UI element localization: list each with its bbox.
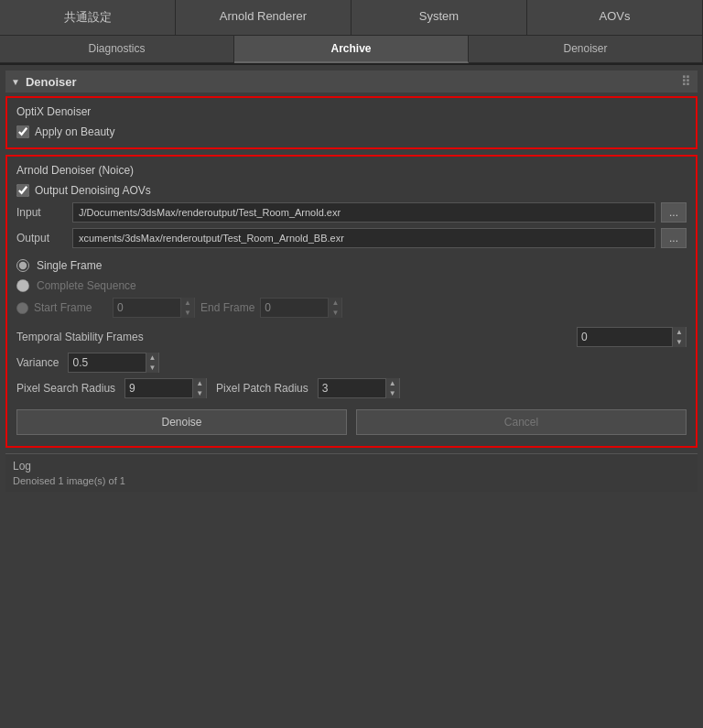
variance-row: Variance ▲ ▼ — [16, 353, 687, 373]
apply-on-beauty-row: Apply on Beauty — [16, 124, 687, 140]
single-frame-label: Single Frame — [37, 259, 102, 272]
variance-input[interactable] — [69, 354, 145, 371]
complete-sequence-row: Complete Sequence — [16, 277, 687, 294]
output-denoising-aovs-row: Output Denoising AOVs — [16, 182, 687, 199]
end-frame-arrows: ▲ ▼ — [328, 298, 341, 318]
tab-diagnostics[interactable]: Diagnostics — [0, 36, 234, 63]
arnold-denoiser-box: Arnold Denoiser (Noice) Output Denoising… — [5, 155, 698, 448]
start-frame-spinner[interactable]: ▲ ▼ — [113, 298, 195, 318]
denoiser-section-title: Denoiser — [26, 75, 77, 89]
collapse-arrow-icon[interactable]: ▼ — [11, 77, 20, 87]
variance-spinner[interactable]: ▲ ▼ — [68, 353, 159, 373]
pixel-search-radius-arrows: ▲ ▼ — [192, 378, 206, 398]
output-field[interactable] — [72, 228, 655, 248]
start-frame-down-icon[interactable]: ▼ — [181, 308, 194, 318]
pixel-search-radius-up-icon[interactable]: ▲ — [193, 378, 206, 388]
tab-aovs[interactable]: AOVs — [527, 0, 703, 36]
main-content: ▼ Denoiser ⠿ OptiX Denoiser Apply on Bea… — [0, 65, 703, 497]
pixel-patch-radius-up-icon[interactable]: ▲ — [386, 378, 399, 388]
temporal-stability-up-icon[interactable]: ▲ — [673, 327, 686, 337]
end-frame-up-icon[interactable]: ▲ — [329, 298, 341, 308]
tab-archive[interactable]: Archive — [234, 36, 469, 63]
temporal-stability-row: Temporal Stability Frames ▲ ▼ — [16, 327, 687, 347]
pixel-search-radius-spinner[interactable]: ▲ ▼ — [124, 378, 207, 398]
output-denoising-aovs-label: Output Denoising AOVs — [35, 184, 151, 197]
output-field-row: Output ... — [16, 228, 687, 248]
start-frame-arrows: ▲ ▼ — [180, 298, 194, 318]
single-frame-row: Single Frame — [16, 257, 687, 274]
sub-tab-row: Diagnostics Archive Denoiser — [0, 36, 703, 65]
pixel-patch-radius-input[interactable] — [319, 380, 385, 397]
input-field-row: Input ... — [16, 202, 687, 223]
end-frame-down-icon[interactable]: ▼ — [329, 308, 341, 318]
end-frame-label: End Frame — [200, 301, 254, 314]
output-browse-button[interactable]: ... — [661, 228, 687, 248]
pixel-patch-radius-arrows: ▲ ▼ — [385, 378, 399, 398]
variance-down-icon[interactable]: ▼ — [146, 363, 159, 373]
drag-handle-icon: ⠿ — [681, 74, 692, 89]
apply-on-beauty-checkbox[interactable] — [16, 125, 29, 138]
variance-up-icon[interactable]: ▲ — [146, 353, 159, 363]
optix-denoiser-box: OptiX Denoiser Apply on Beauty — [5, 96, 698, 149]
cancel-button[interactable]: Cancel — [356, 409, 687, 435]
arnold-denoiser-title: Arnold Denoiser (Noice) — [16, 164, 687, 177]
start-frame-input[interactable] — [114, 299, 180, 316]
single-frame-radio[interactable] — [16, 259, 29, 272]
temporal-stability-spinner[interactable]: ▲ ▼ — [577, 327, 687, 347]
output-label: Output — [16, 232, 67, 244]
start-frame-radio[interactable] — [16, 302, 28, 314]
pixel-patch-radius-spinner[interactable]: ▲ ▼ — [318, 378, 400, 398]
input-browse-button[interactable]: ... — [661, 202, 687, 223]
pixel-patch-radius-label: Pixel Patch Radius — [216, 382, 308, 395]
pixel-search-radius-label: Pixel Search Radius — [16, 382, 115, 395]
temporal-stability-input[interactable] — [578, 329, 672, 345]
tab-system[interactable]: System — [352, 0, 527, 36]
temporal-stability-arrows: ▲ ▼ — [672, 327, 686, 347]
variance-label: Variance — [16, 356, 59, 369]
variance-arrows: ▲ ▼ — [146, 353, 159, 373]
denoise-button[interactable]: Denoise — [16, 409, 347, 435]
denoiser-section-header: ▼ Denoiser ⠿ — [5, 71, 698, 92]
end-frame-spinner[interactable]: ▲ ▼ — [260, 298, 342, 318]
complete-sequence-label: Complete Sequence — [37, 279, 136, 292]
action-buttons-row: Denoise Cancel — [16, 406, 687, 439]
temporal-stability-down-icon[interactable]: ▼ — [673, 337, 686, 347]
tab-arnold-renderer[interactable]: Arnold Renderer — [176, 0, 352, 36]
tab-kyotsu[interactable]: 共通設定 — [0, 0, 176, 36]
log-content: Denoised 1 image(s) of 1 — [13, 475, 690, 486]
log-title: Log — [13, 460, 690, 473]
optix-denoiser-title: OptiX Denoiser — [16, 105, 687, 118]
start-frame-label: Start Frame — [34, 301, 107, 314]
log-section: Log Denoised 1 image(s) of 1 — [5, 453, 698, 492]
pixel-search-radius-down-icon[interactable]: ▼ — [193, 388, 206, 398]
input-field[interactable] — [72, 202, 655, 223]
pixel-radius-row: Pixel Search Radius ▲ ▼ Pixel Patch Radi… — [16, 378, 687, 398]
start-frame-up-icon[interactable]: ▲ — [181, 298, 194, 308]
temporal-stability-label: Temporal Stability Frames — [16, 331, 144, 343]
pixel-patch-radius-down-icon[interactable]: ▼ — [386, 388, 399, 398]
apply-on-beauty-label: Apply on Beauty — [35, 125, 114, 138]
end-frame-input[interactable] — [261, 299, 328, 316]
output-denoising-aovs-checkbox[interactable] — [16, 184, 29, 197]
start-end-frame-row: Start Frame ▲ ▼ End Frame ▲ ▼ — [16, 298, 687, 318]
pixel-search-radius-input[interactable] — [125, 380, 192, 397]
top-tab-row: 共通設定 Arnold Renderer System AOVs — [0, 0, 703, 36]
complete-sequence-radio[interactable] — [16, 279, 29, 292]
input-label: Input — [16, 206, 67, 219]
tab-denoiser[interactable]: Denoiser — [469, 36, 703, 63]
